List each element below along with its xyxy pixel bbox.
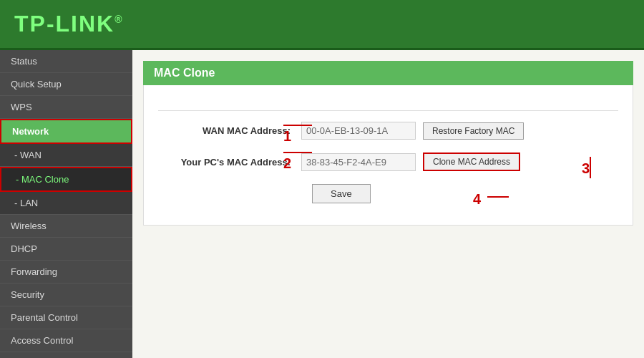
content-area: MAC Clone 1 WAN MAC Address: Restore Fac… [132, 50, 644, 358]
header: TP-LINK® [0, 0, 644, 50]
wan-mac-label: WAN MAC Address: [158, 125, 301, 136]
wan-mac-row: 1 WAN MAC Address: Restore Factory MAC [158, 122, 618, 140]
sidebar-item-status[interactable]: Status [0, 50, 132, 73]
save-area: Save [158, 184, 618, 203]
page-title: MAC Clone [143, 61, 633, 85]
pc-mac-row: 2 Your PC's MAC Address: Clone MAC Addre… [158, 153, 618, 171]
sidebar-item-wps[interactable]: WPS [0, 96, 132, 119]
arrow-line-2 [283, 152, 312, 153]
sidebar-item-security[interactable]: Security [0, 284, 132, 306]
annotation-1: 1 [283, 128, 291, 145]
sidebar-item-forwarding[interactable]: Forwarding [0, 261, 132, 284]
sidebar-item-access-control[interactable]: Access Control [0, 329, 132, 352]
sidebar-item-advanced-routing[interactable]: Advanced Routing [0, 352, 132, 358]
arrow-line-1 [283, 125, 312, 126]
arrow-line-4 [487, 196, 509, 198]
sidebar-item-wan[interactable]: - WAN [0, 144, 132, 167]
main-layout: Status Quick Setup WPS Network - WAN - M… [0, 50, 644, 358]
logo-text: TP-LINK [14, 11, 114, 37]
annotation-4: 4 [473, 191, 481, 208]
restore-factory-mac-button[interactable]: Restore Factory MAC [423, 122, 524, 140]
wan-mac-input[interactable] [301, 122, 416, 140]
sidebar-item-network[interactable]: Network [0, 119, 132, 144]
sidebar-item-wireless[interactable]: Wireless [0, 215, 132, 238]
divider [158, 110, 618, 111]
pc-mac-label: Your PC's MAC Address: [158, 157, 301, 168]
save-button[interactable]: Save [312, 184, 371, 203]
sidebar-item-parental-control[interactable]: Parental Control [0, 306, 132, 329]
sidebar-item-dhcp[interactable]: DHCP [0, 238, 132, 261]
sidebar-item-lan[interactable]: - LAN [0, 192, 132, 215]
annotation-3: 3 [582, 160, 590, 177]
arrow-line-3 [590, 157, 591, 178]
sidebar-item-quick-setup[interactable]: Quick Setup [0, 73, 132, 96]
annotation-2: 2 [283, 155, 291, 172]
pc-mac-input[interactable] [301, 153, 416, 171]
logo: TP-LINK® [14, 11, 124, 37]
sidebar-item-mac-clone[interactable]: - MAC Clone [0, 167, 132, 192]
content-panel: 1 WAN MAC Address: Restore Factory MAC 2… [143, 85, 633, 226]
logo-mark: ® [114, 14, 123, 25]
clone-mac-address-button[interactable]: Clone MAC Address [423, 153, 520, 171]
sidebar: Status Quick Setup WPS Network - WAN - M… [0, 50, 132, 358]
